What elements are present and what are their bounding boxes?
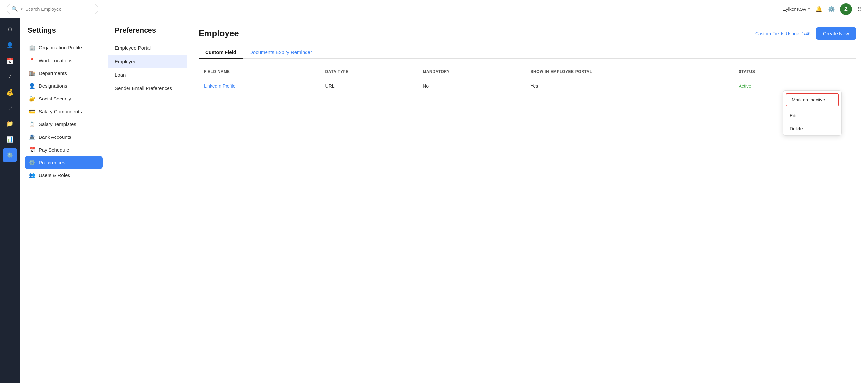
search-input[interactable] [25, 6, 91, 12]
pref-nav-item-employee[interactable]: Employee [108, 55, 187, 68]
nav-icon-preferences: ⚙️ [29, 160, 35, 166]
search-box[interactable]: 🔍 ▾ [6, 4, 98, 14]
cell-field-name[interactable]: LinkedIn Profile [199, 78, 320, 94]
sidebar-icon-payroll[interactable]: 💰 [3, 85, 17, 100]
nav-icon-bank-accounts: 🏦 [29, 134, 35, 140]
sidebar-icon-heart[interactable]: ♡ [3, 101, 17, 115]
sidebar-icon-dashboard[interactable]: ⊙ [3, 22, 17, 37]
avatar[interactable]: Z [840, 3, 852, 15]
nav-icon-departments: 🏬 [29, 70, 35, 76]
table-header-row: FIELD NAME DATA TYPE MANDATORY SHOW IN E… [199, 66, 856, 78]
row-actions-button[interactable]: ⋯ [816, 83, 822, 89]
notifications-icon[interactable]: 🔔 [815, 6, 823, 13]
col-show-in-portal: SHOW IN EMPLOYEE PORTAL [525, 66, 733, 78]
tab-documents-expiry[interactable]: Documents Expiry Reminder [243, 46, 319, 58]
settings-nav-item-social-security[interactable]: 🔐Social Security [25, 92, 102, 105]
col-data-type: DATA TYPE [320, 66, 418, 78]
settings-nav-item-pay-schedule[interactable]: 📅Pay Schedule [25, 143, 102, 156]
main-content: Employee Custom Fields Usage: 1/46 Creat… [187, 18, 868, 383]
icon-sidebar: ⊙ 👤 📅 ✓ 💰 ♡ 📁 📊 ⚙️ [0, 18, 20, 383]
create-new-button[interactable]: Create New [816, 28, 856, 40]
settings-nav-item-departments[interactable]: 🏬Departments [25, 67, 102, 79]
settings-sidebar: Settings 🏢Organization Profile📍Work Loca… [20, 18, 108, 383]
settings-title: Settings [25, 26, 102, 35]
pref-nav-item-employee-portal[interactable]: Employee Portal [108, 41, 187, 55]
sidebar-icon-calendar[interactable]: 📅 [3, 54, 17, 68]
context-menu-edit[interactable]: Edit [783, 109, 841, 122]
settings-nav-item-work-locations[interactable]: 📍Work Locations [25, 54, 102, 67]
nav-icon-work-locations: 📍 [29, 57, 35, 64]
settings-icon[interactable]: ⚙️ [828, 6, 835, 13]
nav-icon-users-roles: 👥 [29, 172, 35, 178]
page-title: Employee [199, 29, 239, 39]
search-icon: 🔍 [11, 6, 18, 12]
preferences-nav: Employee PortalEmployeeLoanSender Email … [108, 41, 187, 95]
context-menu-mark-inactive[interactable]: Mark as Inactive [786, 93, 839, 106]
sidebar-icon-folder[interactable]: 📁 [3, 116, 17, 131]
settings-nav: 🏢Organization Profile📍Work Locations🏬Dep… [25, 41, 102, 182]
nav-icon-organization-profile: 🏢 [29, 44, 35, 51]
col-actions [811, 66, 856, 78]
preferences-sidebar: Preferences Employee PortalEmployeeLoanS… [108, 18, 187, 383]
settings-nav-item-designations[interactable]: 👤Designations [25, 79, 102, 92]
content-header: Employee Custom Fields Usage: 1/46 Creat… [199, 28, 856, 40]
pref-nav-item-loan[interactable]: Loan [108, 68, 187, 81]
org-selector[interactable]: Zylker KSA ▾ [783, 6, 810, 12]
search-dropdown-arrow[interactable]: ▾ [21, 7, 23, 11]
preferences-title: Preferences [108, 26, 187, 35]
nav-icon-salary-templates: 📋 [29, 121, 35, 127]
usage-text: Custom Fields Usage: 1/46 [755, 31, 811, 36]
header-right: Custom Fields Usage: 1/46 Create New [755, 28, 856, 40]
settings-nav-item-preferences[interactable]: ⚙️Preferences [25, 156, 102, 169]
settings-nav-item-salary-templates[interactable]: 📋Salary Templates [25, 118, 102, 131]
context-menu-delete[interactable]: Delete [783, 122, 841, 135]
sidebar-icon-settings[interactable]: ⚙️ [3, 148, 17, 162]
settings-nav-item-bank-accounts[interactable]: 🏦Bank Accounts [25, 131, 102, 143]
pref-nav-item-sender-email[interactable]: Sender Email Preferences [108, 81, 187, 95]
cell-mandatory: No [417, 78, 525, 94]
nav-icon-social-security: 🔐 [29, 96, 35, 102]
context-menu: Mark as Inactive Edit Delete [783, 90, 842, 136]
settings-nav-item-salary-components[interactable]: 💳Salary Components [25, 105, 102, 118]
sidebar-icon-reports[interactable]: 📊 [3, 132, 17, 147]
navbar-right: Zylker KSA ▾ 🔔 ⚙️ Z ⠿ [783, 3, 862, 15]
cell-show-in-portal: Yes [525, 78, 733, 94]
sidebar-icon-tasks[interactable]: ✓ [3, 69, 17, 84]
nav-icon-salary-components: 💳 [29, 108, 35, 114]
tab-custom-field[interactable]: Custom Field [199, 46, 243, 58]
settings-nav-item-organization-profile[interactable]: 🏢Organization Profile [25, 41, 102, 54]
apps-icon[interactable]: ⠿ [857, 6, 862, 13]
custom-fields-table: FIELD NAME DATA TYPE MANDATORY SHOW IN E… [199, 66, 856, 94]
tabs: Custom Field Documents Expiry Reminder [199, 46, 856, 59]
settings-nav-item-users-roles[interactable]: 👥Users & Roles [25, 169, 102, 182]
nav-icon-pay-schedule: 📅 [29, 147, 35, 153]
col-field-name: FIELD NAME [199, 66, 320, 78]
org-dropdown-icon: ▾ [808, 7, 810, 11]
col-mandatory: MANDATORY [417, 66, 525, 78]
sidebar-icon-people[interactable]: 👤 [3, 38, 17, 53]
nav-icon-designations: 👤 [29, 83, 35, 89]
col-status: STATUS [734, 66, 811, 78]
table-row: LinkedIn Profile URL No Yes Active ⋯ [199, 78, 856, 94]
cell-data-type: URL [320, 78, 418, 94]
org-name: Zylker KSA [783, 6, 806, 12]
main-layout: ⊙ 👤 📅 ✓ 💰 ♡ 📁 📊 ⚙️ Settings 🏢Organizatio… [0, 18, 868, 383]
navbar: 🔍 ▾ Zylker KSA ▾ 🔔 ⚙️ Z ⠿ [0, 0, 868, 18]
